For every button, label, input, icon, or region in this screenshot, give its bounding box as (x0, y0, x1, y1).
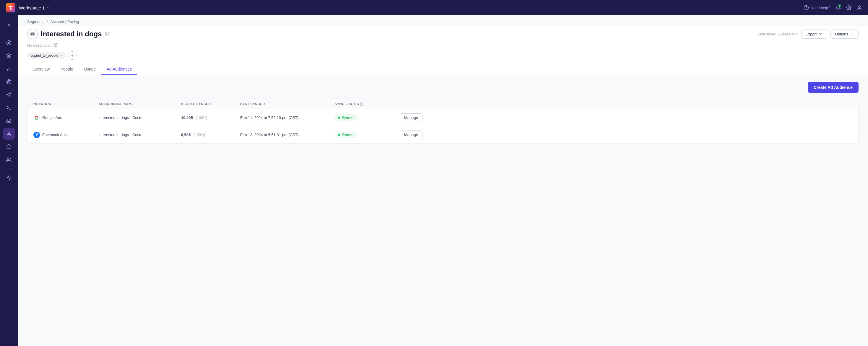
create-btn-row: Create Ad Audience (27, 82, 859, 93)
sidebar-divider-2 (4, 169, 13, 169)
tab-usage[interactable]: Usage (79, 64, 101, 75)
people-pct-google: (100%) (196, 116, 208, 120)
notification-dot (838, 4, 841, 7)
cell-last-synced-google: Feb 11, 2024 at 7:52:10 pm (CST) (240, 115, 335, 120)
sidebar-item-target[interactable] (3, 76, 15, 88)
table-row: Google Ads Interested in dogs - Custo...… (28, 109, 858, 126)
network-name-google: Google Ads (42, 115, 62, 120)
help-button[interactable]: Need help? (804, 5, 831, 10)
people-count-facebook: 8,585 (181, 133, 191, 137)
people-pct-facebook: (100%) (194, 133, 205, 137)
topbar-left: Workspace 1 (6, 3, 51, 12)
sidebar-item-collapse[interactable] (3, 19, 15, 31)
sidebar-item-terminal[interactable] (3, 102, 15, 114)
header-actions: Last saved 2 years ago Export Options (758, 30, 859, 39)
network-name-facebook: Facebook Ads (42, 133, 66, 137)
tab-ad-audiences[interactable]: Ad Audiences (101, 64, 137, 75)
svg-marker-5 (8, 42, 10, 44)
table-row: Facebook Ads Interested in dogs - Custo.… (28, 126, 858, 143)
cell-network-facebook: Facebook Ads (33, 132, 98, 138)
svg-point-18 (32, 34, 33, 35)
facebook-ads-logo (33, 132, 40, 138)
page-header: Interested in dogs Last saved 2 years ag… (18, 26, 868, 75)
sidebar-item-audiences[interactable] (3, 154, 15, 166)
people-count-google: 10,405 (181, 115, 193, 120)
cell-sync-status-google: Synced (335, 114, 400, 121)
tag-copied-to-people: copied_to_people × (27, 52, 66, 59)
description-text: No description (27, 43, 52, 47)
tags-row: copied_to_people × + (27, 51, 859, 64)
sidebar-divider (4, 34, 13, 34)
sidebar-item-inbox[interactable] (3, 115, 15, 127)
svg-point-3 (859, 6, 860, 7)
sidebar-item-explore[interactable] (3, 37, 15, 49)
cell-ad-audience-name-google: Interested in dogs - Custo... (98, 115, 181, 120)
sidebar-item-objects[interactable] (3, 141, 15, 152)
content-area: Segments / Account | Paying Interested i… (18, 15, 868, 346)
sidebar-item-charts[interactable] (3, 63, 15, 75)
export-button[interactable]: Export (801, 30, 827, 39)
notifications-button[interactable] (836, 4, 841, 11)
breadcrumb: Segments / Account | Paying (18, 15, 868, 26)
add-tag-button[interactable]: + (68, 51, 76, 60)
segment-icon (27, 29, 38, 39)
svg-point-14 (8, 132, 10, 133)
svg-marker-6 (7, 54, 11, 56)
svg-point-15 (7, 158, 9, 160)
cell-actions-facebook: Manage (400, 131, 435, 139)
settings-button[interactable] (846, 5, 851, 10)
table-header: NETWORK AD AUDIENCE NAME PEOPLE SYNCED L… (28, 99, 858, 109)
topbar: Workspace 1 Need help? (0, 0, 868, 15)
th-actions (400, 102, 435, 106)
sidebar-item-layers[interactable] (3, 50, 15, 62)
ad-audiences-table: NETWORK AD AUDIENCE NAME PEOPLE SYNCED L… (27, 99, 859, 143)
sync-badge-google: Synced (335, 114, 357, 121)
sync-dot-facebook (338, 134, 340, 136)
tag-remove-button[interactable]: × (60, 54, 63, 58)
tab-people[interactable]: People (55, 64, 79, 75)
sidebar-item-people[interactable] (3, 128, 15, 140)
svg-point-2 (848, 7, 850, 8)
tab-overview[interactable]: Overview (27, 64, 55, 75)
th-last-synced: LAST SYNCED (240, 102, 335, 106)
sidebar-item-activity[interactable] (3, 172, 15, 184)
sync-badge-facebook: Synced (335, 132, 357, 138)
manage-button-google[interactable]: Manage (400, 113, 423, 122)
last-saved: Last saved 2 years ago (758, 32, 797, 36)
th-people-synced: PEOPLE SYNCED (181, 102, 240, 106)
cell-actions-google: Manage (400, 113, 435, 122)
header-top: Interested in dogs Last saved 2 years ag… (27, 29, 859, 43)
svg-point-4 (7, 41, 11, 45)
main-layout: Segments / Account | Paying Interested i… (0, 15, 868, 346)
svg-point-12 (8, 81, 9, 82)
cell-people-synced-facebook: 8,585(100%) (181, 133, 240, 137)
google-ads-logo (33, 114, 40, 121)
tag-label: copied_to_people (30, 54, 59, 58)
th-sync-status: SYNC STATUS (335, 102, 400, 106)
ad-audiences-content: Create Ad Audience NETWORK AD AUDIENCE N… (18, 75, 868, 150)
title-row: Interested in dogs (27, 29, 110, 39)
edit-title-button[interactable] (105, 32, 110, 36)
user-profile-button[interactable] (857, 5, 862, 10)
cell-sync-status-facebook: Synced (335, 132, 400, 138)
cell-ad-audience-name-facebook: Interested in dogs - Custo... (98, 133, 181, 137)
breadcrumb-separator: / (47, 20, 48, 24)
th-network: NETWORK (33, 102, 98, 106)
app-logo (6, 3, 16, 12)
th-ad-audience-name: AD AUDIENCE NAME (98, 102, 181, 106)
breadcrumb-segments[interactable]: Segments (27, 20, 44, 24)
create-ad-audience-button[interactable]: Create Ad Audience (808, 82, 859, 93)
cell-last-synced-facebook: Feb 12, 2024 at 5:51:31 pm (CST) (240, 133, 335, 137)
sidebar-item-megaphone[interactable] (3, 89, 15, 101)
tabs: Overview People Usage Ad Audiences (27, 64, 859, 75)
description-row: No description (27, 43, 859, 51)
svg-point-17 (31, 33, 34, 35)
options-button[interactable]: Options (831, 30, 859, 39)
workspace-selector[interactable]: Workspace 1 (19, 5, 51, 10)
breadcrumb-current: Account | Paying (50, 20, 79, 24)
cell-network-google: Google Ads (33, 114, 98, 121)
svg-point-11 (8, 80, 10, 83)
page-title: Interested in dogs (41, 30, 102, 38)
manage-button-facebook[interactable]: Manage (400, 131, 423, 139)
edit-description-button[interactable] (54, 43, 58, 48)
